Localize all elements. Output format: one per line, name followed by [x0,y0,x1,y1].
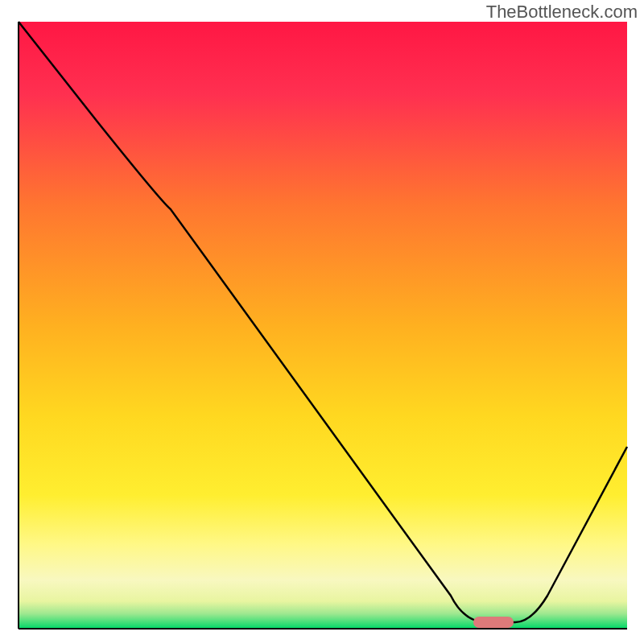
optimal-marker [473,617,514,628]
watermark-text: TheBottleneck.com [486,2,638,23]
chart-svg [0,0,644,644]
bottleneck-chart: TheBottleneck.com [0,0,644,644]
heatmap-background [19,22,627,629]
